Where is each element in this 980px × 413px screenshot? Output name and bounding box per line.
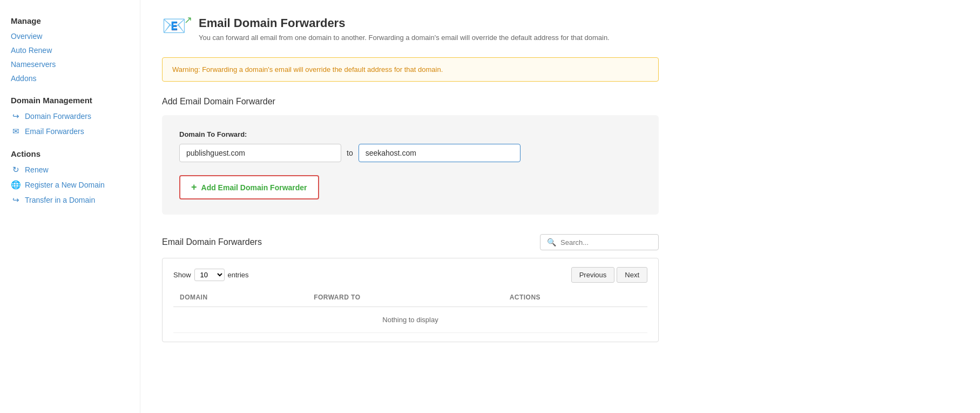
next-button[interactable]: Next <box>617 267 647 283</box>
form-row: to <box>179 144 641 162</box>
sidebar-label-addons: Addons <box>11 74 36 83</box>
sidebar-item-email-forwarders[interactable]: ✉ Email Forwarders <box>11 126 129 136</box>
sidebar-item-domain-forwarders[interactable]: ↪ Domain Forwarders <box>11 111 129 121</box>
sidebar-item-auto-renew[interactable]: Auto Renew <box>11 46 129 55</box>
table-section-header: Email Domain Forwarders 🔍 <box>162 234 659 250</box>
add-button-label: Add Email Domain Forwarder <box>201 183 307 192</box>
arrow-forward-icon: ↗ <box>184 14 192 26</box>
table-header-row: Domain Forward To Actions <box>173 288 647 307</box>
col-domain: Domain <box>173 288 307 307</box>
page-header: 📧 ↗ Email Domain Forwarders You can forw… <box>162 16 659 44</box>
table-wrapper: Show 10 25 50 100 entries Previous Next <box>162 258 659 342</box>
sidebar-item-overview[interactable]: Overview <box>11 32 129 41</box>
col-actions: Actions <box>503 288 647 307</box>
show-entries: Show 10 25 50 100 entries <box>173 269 249 281</box>
form-label: Domain To Forward: <box>179 130 641 138</box>
globe-icon: 🌐 <box>11 180 21 190</box>
warning-box: Warning: Forwarding a domain's email wil… <box>162 57 659 82</box>
sidebar-label-register-new-domain: Register a New Domain <box>25 181 105 189</box>
table-controls: Show 10 25 50 100 entries Previous Next <box>173 267 647 283</box>
pagination-buttons: Previous Next <box>571 267 647 283</box>
transfer-icon: ↪ <box>11 195 21 205</box>
header-icon-container: 📧 ↗ <box>162 16 190 44</box>
plus-icon: + <box>191 182 197 193</box>
col-forward-to: Forward To <box>307 288 503 307</box>
forward-icon: ↪ <box>11 111 21 121</box>
add-form-card: Domain To Forward: to + Add Email Domain… <box>162 115 659 215</box>
email-icon: ✉ <box>11 126 21 136</box>
sidebar-item-renew[interactable]: ↻ Renew <box>11 165 129 175</box>
add-section-title: Add Email Domain Forwarder <box>162 97 659 106</box>
sidebar-label-renew: Renew <box>25 165 49 174</box>
entries-label: entries <box>228 271 249 279</box>
sidebar-label-domain-forwarders: Domain Forwarders <box>25 112 91 121</box>
entries-select[interactable]: 10 25 50 100 <box>194 269 225 281</box>
header-text: Email Domain Forwarders You can forward … <box>199 16 610 42</box>
table-inner: Show 10 25 50 100 entries Previous Next <box>163 258 658 342</box>
sidebar-item-transfer-in-domain[interactable]: ↪ Transfer in a Domain <box>11 195 129 205</box>
sidebar-item-register-new-domain[interactable]: 🌐 Register a New Domain <box>11 180 129 190</box>
table-row-empty: Nothing to display <box>173 307 647 333</box>
sidebar: Manage Overview Auto Renew Nameservers A… <box>0 0 140 413</box>
domain-input[interactable] <box>179 144 341 162</box>
warning-text: Warning: Forwarding a domain's email wil… <box>172 65 443 74</box>
sidebar-manage-title: Manage <box>11 16 129 25</box>
sidebar-label-transfer-in-domain: Transfer in a Domain <box>25 196 95 204</box>
add-email-forwarder-button[interactable]: + Add Email Domain Forwarder <box>179 175 319 199</box>
page-description: You can forward all email from one domai… <box>199 34 610 42</box>
envelope-icon: 📧 <box>162 15 186 37</box>
forward-to-input[interactable] <box>359 144 521 162</box>
main-content: 📧 ↗ Email Domain Forwarders You can forw… <box>140 0 680 413</box>
search-input[interactable] <box>560 238 652 247</box>
sidebar-label-auto-renew: Auto Renew <box>11 46 52 55</box>
nothing-to-display: Nothing to display <box>173 307 647 333</box>
previous-button[interactable]: Previous <box>571 267 615 283</box>
sidebar-item-addons[interactable]: Addons <box>11 74 129 83</box>
sidebar-label-overview: Overview <box>11 32 42 41</box>
sidebar-item-nameservers[interactable]: Nameservers <box>11 60 129 69</box>
sidebar-actions-title: Actions <box>11 149 129 158</box>
table-section-title: Email Domain Forwarders <box>162 237 262 247</box>
table-body: Nothing to display <box>173 307 647 333</box>
table-head: Domain Forward To Actions <box>173 288 647 307</box>
search-box: 🔍 <box>540 234 659 250</box>
sidebar-domain-management-title: Domain Management <box>11 96 129 105</box>
renew-icon: ↻ <box>11 165 21 175</box>
page-title: Email Domain Forwarders <box>199 16 610 30</box>
to-label: to <box>347 149 353 157</box>
sidebar-label-nameservers: Nameservers <box>11 60 56 69</box>
show-label: Show <box>173 271 191 279</box>
data-table: Domain Forward To Actions Nothing to dis… <box>173 288 647 333</box>
search-icon: 🔍 <box>547 238 556 247</box>
sidebar-label-email-forwarders: Email Forwarders <box>25 127 84 136</box>
